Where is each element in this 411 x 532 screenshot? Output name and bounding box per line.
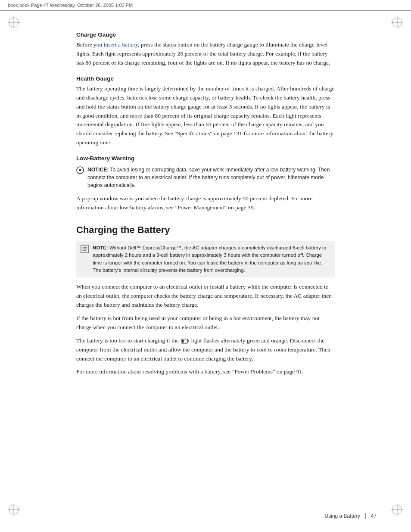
note-label: NOTE: [93,245,108,250]
notice-box: NOTICE: To avoid losing or corrupting da… [76,166,335,189]
notice-text: NOTICE: To avoid losing or corrupting da… [87,166,335,189]
charging-para-4: For more information about resolving pro… [76,367,335,376]
charging-para-1: When you connect the computer to an elec… [76,283,335,310]
battery-status-icon [181,338,189,344]
insert-battery-link[interactable]: insert a battery [104,41,138,48]
health-gauge-para: The battery operating time is largely de… [76,84,335,147]
footer-page-number: 47 [371,513,377,519]
heading-charging: Charging the Battery [76,224,335,236]
corner-tr [391,16,403,28]
notice-icon [76,166,84,174]
section-health-gauge: Health Gauge The battery operating time … [76,75,335,147]
section-charging: Charging the Battery NOTE: Without Dell™… [76,224,335,376]
main-content: Charge Gauge Before you insert a battery… [29,11,382,407]
charge-gauge-para: Before you insert a battery, press the s… [76,40,335,68]
charging-para-3: The battery is too hot to start charging… [76,336,335,364]
note-box: NOTE: Without Dell™ ExpressCharge™, the … [76,241,335,277]
svg-point-13 [79,169,81,171]
heading-low-battery: Low-Battery Warning [76,155,335,162]
notice-label: NOTICE: [87,167,109,173]
low-battery-para: A pop-up window warns you when the batte… [76,194,335,212]
header-text: book.book Page 47 Wednesday, October 26,… [8,3,133,8]
heading-health-gauge: Health Gauge [76,75,335,82]
section-charge-gauge: Charge Gauge Before you insert a battery… [76,31,335,68]
corner-tl [8,16,20,28]
footer-section-label: Using a Battery [325,513,360,519]
footer: Using a Battery 47 [0,513,411,519]
charging-para-2: If the battery is hot from being used in… [76,314,335,332]
section-low-battery: Low-Battery Warning NOTICE: To avoid los… [76,155,335,212]
header-bar: book.book Page 47 Wednesday, October 26,… [0,0,411,11]
heading-charge-gauge: Charge Gauge [76,31,335,38]
note-icon [81,245,89,253]
svg-rect-19 [188,340,189,342]
page: book.book Page 47 Wednesday, October 26,… [0,0,411,532]
note-text: NOTE: Without Dell™ ExpressCharge™, the … [93,244,330,274]
svg-rect-20 [182,339,184,342]
footer-divider [365,513,366,519]
